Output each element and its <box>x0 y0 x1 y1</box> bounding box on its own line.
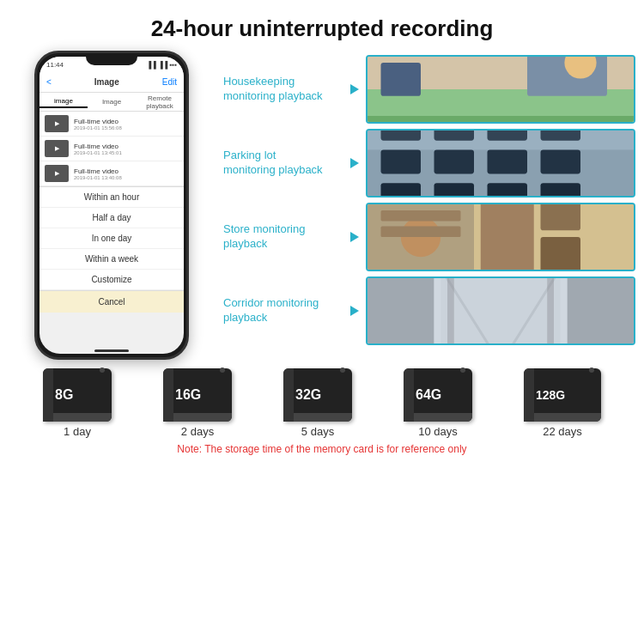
video-item-3[interactable]: Full-time video 2019-01-01 13:40:08 <box>39 161 184 186</box>
phone-tab-remote[interactable]: Remote playback <box>136 93 184 112</box>
video-thumb-3 <box>45 165 69 182</box>
sd-card-3: 32G <box>283 368 352 422</box>
svg-rect-23 <box>481 204 534 270</box>
storage-days-5: 22 days <box>543 425 582 438</box>
page-header: 24-hour uninterrupted recording <box>0 0 644 51</box>
video-info-2: Full-time video 2019-01-01 13:45:01 <box>74 143 122 155</box>
video-info-3: Full-time video 2019-01-01 13:40:08 <box>74 167 122 180</box>
sd-card-5: 128G <box>524 368 601 422</box>
monitoring-photo-2 <box>366 129 635 197</box>
phone-screen: 11:44 ▐▐ ▐▐ ▪▪▪ < Image Edit image Image… <box>39 57 184 354</box>
dropdown-item-4[interactable]: Within a week <box>39 249 184 270</box>
arrow-icon-3 <box>350 232 359 242</box>
phone-tabs: image Image Remote playback <box>39 93 184 112</box>
arrow-icon-1 <box>350 84 359 94</box>
storage-card-col-4: 64G 10 days <box>404 368 472 438</box>
svg-rect-25 <box>541 237 581 270</box>
storage-section: 8G 1 day 16G 2 days 32G 5 days 64G <box>0 360 644 459</box>
storage-card-col-5: 128G 22 days <box>524 368 601 438</box>
phone-time: 11:44 <box>46 61 64 69</box>
svg-rect-19 <box>541 183 581 196</box>
storage-cards-container: 8G 1 day 16G 2 days 32G 5 days 64G <box>17 368 627 438</box>
phone-wrapper: 11:44 ▐▐ ▐▐ ▪▪▪ < Image Edit image Image… <box>9 51 215 360</box>
svg-rect-31 <box>368 278 434 343</box>
page-title: 24-hour uninterrupted recording <box>17 15 627 42</box>
monitoring-label-2: Parking lot monitoring playback <box>223 149 343 178</box>
storage-days-1: 1 day <box>64 425 91 438</box>
phone-home-indicator <box>94 349 129 352</box>
monitoring-label-1: Housekeeping monitoring playback <box>223 75 343 104</box>
storage-card-col-3: 32G 5 days <box>283 368 352 438</box>
svg-rect-12 <box>381 150 422 174</box>
phone-nav-title: Image <box>94 77 119 87</box>
sd-card-label-2: 16G <box>175 387 201 403</box>
svg-rect-10 <box>488 131 528 141</box>
phone-dropdown-menu: Within an hour Half a day In one day Wit… <box>39 186 184 313</box>
sd-card-label-5: 128G <box>536 388 565 402</box>
main-section: 11:44 ▐▐ ▐▐ ▪▪▪ < Image Edit image Image… <box>0 51 644 360</box>
svg-rect-3 <box>381 63 422 96</box>
monitoring-photo-1 <box>366 55 635 124</box>
svg-rect-8 <box>381 131 422 141</box>
monitoring-label-4: Corridor monitoring playback <box>223 296 343 325</box>
storage-card-col-1: 8G 1 day <box>43 368 112 438</box>
sd-card-label-3: 32G <box>295 387 321 403</box>
svg-rect-36 <box>440 278 561 343</box>
sd-notch-3 <box>340 368 345 373</box>
video-item-2[interactable]: Full-time video 2019-01-01 13:45:01 <box>39 137 184 161</box>
sd-card-label-4: 64G <box>416 387 441 403</box>
dropdown-item-5[interactable]: Customize <box>39 270 184 290</box>
svg-rect-32 <box>568 278 635 343</box>
sd-notch-4 <box>460 368 465 373</box>
sd-notch-2 <box>220 368 225 373</box>
svg-rect-17 <box>434 183 475 196</box>
phone-back-button[interactable]: < <box>46 77 52 87</box>
dropdown-item-2[interactable]: Half a day <box>39 208 184 228</box>
phone-tab-image2[interactable]: Image <box>88 96 136 107</box>
monitoring-section: Housekeeping monitoring playback Parking… <box>215 51 635 360</box>
phone-icons: ▐▐ ▐▐ ▪▪▪ <box>146 61 177 69</box>
dropdown-cancel-button[interactable]: Cancel <box>39 290 184 313</box>
svg-rect-37 <box>447 278 454 343</box>
svg-rect-13 <box>434 150 475 174</box>
phone-video-list: Full-time video 2019-01-01 15:56:08 Full… <box>39 112 184 186</box>
storage-note: Note: The storage time of the memory car… <box>17 443 627 455</box>
video-thumb-1 <box>45 115 69 132</box>
phone-edit-button[interactable]: Edit <box>162 77 177 87</box>
storage-days-4: 10 days <box>418 425 458 438</box>
svg-rect-11 <box>541 131 581 141</box>
dropdown-item-1[interactable]: Within an hour <box>39 187 184 208</box>
dropdown-item-3[interactable]: In one day <box>39 228 184 249</box>
svg-rect-15 <box>541 150 581 174</box>
sd-card-label-1: 8G <box>55 387 73 403</box>
video-thumb-2 <box>45 140 69 157</box>
svg-rect-28 <box>381 210 461 221</box>
video-info-1: Full-time video 2019-01-01 15:56:08 <box>74 118 122 131</box>
sd-notch-5 <box>589 368 594 373</box>
monitoring-photo-4 <box>366 276 635 345</box>
monitoring-photo-3 <box>366 203 635 271</box>
svg-rect-29 <box>381 227 461 237</box>
storage-card-col-2: 16G 2 days <box>163 368 232 438</box>
sd-card-2: 16G <box>163 368 232 422</box>
sd-card-1: 8G <box>43 368 112 422</box>
arrow-icon-4 <box>350 306 359 316</box>
storage-days-3: 5 days <box>301 425 334 438</box>
svg-rect-38 <box>547 278 554 343</box>
storage-days-2: 2 days <box>181 425 214 438</box>
phone-notch <box>86 53 137 65</box>
monitoring-label-3: Store monitoring playback <box>223 222 343 252</box>
svg-rect-5 <box>368 116 634 122</box>
svg-rect-14 <box>488 150 528 174</box>
svg-rect-9 <box>434 131 475 141</box>
phone-tab-image[interactable]: image <box>39 95 88 108</box>
arrow-icon-2 <box>350 158 359 168</box>
video-item-1[interactable]: Full-time video 2019-01-01 15:56:08 <box>39 112 184 137</box>
svg-rect-18 <box>488 183 528 196</box>
phone-device: 11:44 ▐▐ ▐▐ ▪▪▪ < Image Edit image Image… <box>34 51 189 360</box>
monitoring-row-4: Corridor monitoring playback <box>223 276 635 345</box>
sd-card-4: 64G <box>404 368 472 422</box>
phone-nav-bar: < Image Edit <box>39 72 184 93</box>
monitoring-row-2: Parking lot monitoring playback <box>223 129 635 197</box>
monitoring-row-1: Housekeeping monitoring playback <box>223 55 635 124</box>
